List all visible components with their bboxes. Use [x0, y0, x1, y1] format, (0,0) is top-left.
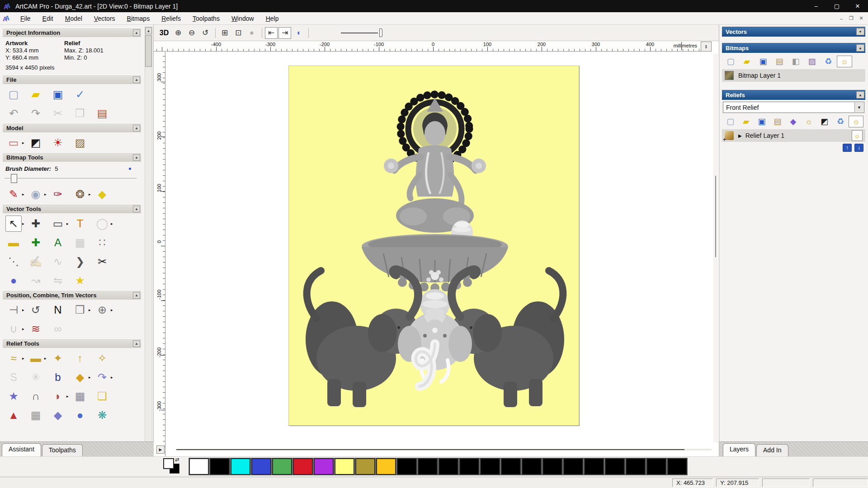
- texture-relief-icon[interactable]: ▦▸: [72, 388, 92, 404]
- collapse-section-button[interactable]: ▲: [133, 154, 140, 161]
- two-rail-sweep-icon[interactable]: ◗▸: [50, 388, 70, 404]
- canvas-horizontal-scrollbar[interactable]: ▶: [167, 446, 712, 453]
- colour-swatch[interactable]: [397, 458, 417, 475]
- colour-swatch[interactable]: [439, 458, 458, 475]
- copy-icon[interactable]: ❒▸: [72, 105, 92, 122]
- create-plane-icon[interactable]: ▬▸: [28, 350, 48, 366]
- menu-item[interactable]: Edit: [37, 13, 59, 24]
- nesting-icon[interactable]: N▸: [50, 302, 70, 318]
- new-bitmap-layer-icon[interactable]: ▢: [723, 56, 738, 67]
- open-bitmap-icon[interactable]: ▰: [739, 56, 755, 67]
- set-model-size-icon[interactable]: ▭▸: [5, 135, 26, 151]
- create-rectangle-icon[interactable]: ▭▸: [50, 216, 70, 232]
- bitmaps-header[interactable]: Bitmaps ▲: [722, 43, 865, 53]
- colour-swatch[interactable]: [189, 458, 209, 475]
- paste-icon[interactable]: ▤▸: [94, 105, 114, 122]
- open-model-icon[interactable]: ▰▸: [28, 86, 48, 103]
- scroll-up-icon[interactable]: ▲: [145, 27, 152, 34]
- emboss-relief-icon[interactable]: b▸: [50, 369, 70, 385]
- toggle-all-relief-visibility-icon[interactable]: ☼: [849, 116, 863, 127]
- close-button[interactable]: ✕: [847, 0, 868, 12]
- colour-swatch[interactable]: [355, 458, 375, 475]
- pane-splitter-icon[interactable]: ▶: [156, 446, 165, 454]
- colour-swatch[interactable]: [231, 458, 250, 475]
- ruler-units-dropdown[interactable]: ⇕: [701, 42, 712, 52]
- star-relief-icon[interactable]: ★▸: [5, 388, 26, 404]
- merge-relief-layers-icon[interactable]: ◆: [786, 116, 801, 127]
- menu-item[interactable]: File: [14, 13, 37, 24]
- colour-swatch[interactable]: [501, 458, 521, 475]
- collapse-section-button[interactable]: ▲: [133, 206, 140, 212]
- move-layer-down-icon[interactable]: ↓: [854, 144, 863, 152]
- combine-vectors-icon[interactable]: ⊕▸: [94, 302, 114, 318]
- save-bitmap-icon[interactable]: ▣: [755, 56, 771, 67]
- mdi-restore-button[interactable]: ❐: [846, 14, 856, 23]
- new-relief-layer-icon[interactable]: ▢: [723, 116, 738, 127]
- collapse-section-button[interactable]: ▲: [133, 76, 140, 83]
- greyscale-preview-icon[interactable]: ◩▸: [28, 135, 48, 151]
- clamp-relief-icon[interactable]: ∩▸: [28, 388, 48, 404]
- zoom-fit-icon[interactable]: ⊡: [232, 27, 245, 39]
- transform-vectors-icon[interactable]: ✚▸: [28, 216, 48, 232]
- delete-relief-icon[interactable]: ▤: [770, 116, 785, 127]
- block-paste-icon[interactable]: ∷▸: [94, 235, 114, 251]
- menu-item[interactable]: Vectors: [88, 13, 121, 24]
- relief-visibility-page-icon[interactable]: ☼: [802, 116, 816, 127]
- new-model-icon[interactable]: ▢▸: [5, 86, 26, 103]
- bitmap-visibility-icon[interactable]: ☼: [837, 56, 852, 67]
- assistant-panel-scrollbar[interactable]: ▲ ▼: [145, 27, 152, 455]
- split-relief-icon[interactable]: ❋▸: [94, 407, 114, 423]
- menu-item[interactable]: Toolpaths: [187, 13, 226, 24]
- canvas-vertical-scrollbar[interactable]: [713, 54, 718, 442]
- create-polyline-icon[interactable]: ⋱▸: [5, 253, 26, 270]
- primary-colour-swatch[interactable]: [163, 458, 174, 469]
- envelope-distort-icon[interactable]: ▦▸: [72, 235, 92, 251]
- flood-fill-icon[interactable]: ◉▸: [28, 186, 48, 202]
- slider-handle[interactable]: [11, 174, 17, 183]
- colour-swatch[interactable]: [480, 458, 500, 475]
- sphere-relief-icon[interactable]: ●▸: [72, 407, 92, 423]
- model-properties-icon[interactable]: ✓▸: [72, 86, 92, 103]
- zoom-object-icon[interactable]: ●: [245, 27, 258, 39]
- colour-swatch[interactable]: [418, 458, 438, 475]
- relief-layer-visibility-icon[interactable]: ☼: [852, 130, 863, 141]
- primary-secondary-colours[interactable]: ⇄: [163, 458, 184, 475]
- colour-swatch[interactable]: [459, 458, 479, 475]
- zoom-out-icon[interactable]: ⊖: [185, 27, 198, 39]
- colour-swatch[interactable]: [210, 458, 230, 475]
- trim-vectors-icon[interactable]: ✂▸: [94, 253, 114, 270]
- maximize-button[interactable]: ▢: [826, 0, 847, 12]
- zoom-in-icon[interactable]: ⊕: [172, 27, 184, 39]
- mdi-close-button[interactable]: ✕: [856, 14, 866, 23]
- menu-item[interactable]: Help: [260, 13, 285, 24]
- colour-swatch[interactable]: [293, 458, 313, 475]
- menu-item[interactable]: Window: [226, 13, 260, 24]
- free-sketch-icon[interactable]: ✍▸: [28, 253, 48, 270]
- scrollbar-thumb[interactable]: [176, 449, 684, 450]
- save-model-icon[interactable]: ▣▸: [50, 86, 70, 103]
- select-vectors-icon[interactable]: ↖▸: [5, 216, 26, 232]
- mirror-curve-icon[interactable]: ⇋▸: [50, 272, 70, 289]
- texture-icon[interactable]: ▨▸: [72, 135, 92, 151]
- artwork-image[interactable]: [288, 66, 579, 426]
- expand-relief-layer-icon[interactable]: ▶: [738, 133, 742, 138]
- slider-handle[interactable]: [379, 28, 382, 37]
- expand-vectors-icon[interactable]: ▼: [856, 28, 864, 35]
- canvas-viewport[interactable]: 3002001000-100-200-300: [154, 52, 719, 456]
- relief-select-dropdown[interactable]: Front Relief ▼: [723, 102, 864, 113]
- save-relief-icon[interactable]: ▣: [755, 116, 769, 127]
- shape-editor-icon[interactable]: ✦▸: [50, 350, 70, 366]
- brush-diameter-slider[interactable]: [5, 173, 137, 184]
- panel-tab[interactable]: Layers: [723, 443, 755, 456]
- colour-picker-icon[interactable]: ✑▸: [50, 186, 70, 202]
- dome-relief-icon[interactable]: ▲▸: [5, 407, 26, 423]
- collapse-section-button[interactable]: ▲: [133, 29, 140, 36]
- join-vectors-icon[interactable]: ∪▸: [5, 321, 26, 337]
- pyramid-relief-icon[interactable]: ◆▸: [50, 407, 70, 423]
- copy-relief-icon[interactable]: ↷▸: [94, 369, 114, 385]
- offset-relief-icon[interactable]: ❏▸: [94, 388, 114, 404]
- menu-item[interactable]: Model: [59, 13, 88, 24]
- sculpt-relief-icon[interactable]: ✧▸: [94, 350, 114, 366]
- vectors-header[interactable]: Vectors ▼: [722, 27, 865, 37]
- colour-swatch[interactable]: [584, 458, 604, 475]
